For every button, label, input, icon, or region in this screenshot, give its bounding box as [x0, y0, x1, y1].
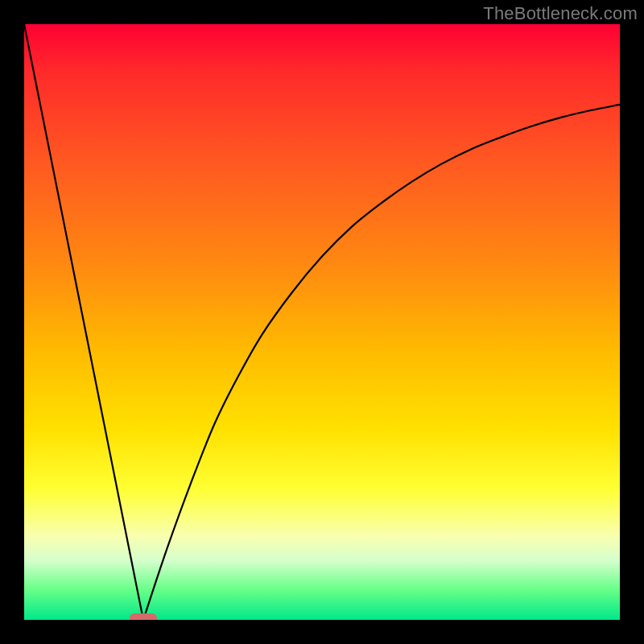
- chart-frame: TheBottleneck.com: [0, 0, 644, 644]
- plot-area: [24, 24, 620, 620]
- chart-svg: [24, 24, 620, 620]
- curve-left-segment: [24, 24, 143, 620]
- curve-right-segment: [143, 105, 620, 620]
- watermark-text: TheBottleneck.com: [483, 3, 638, 24]
- minimum-marker: [130, 613, 157, 620]
